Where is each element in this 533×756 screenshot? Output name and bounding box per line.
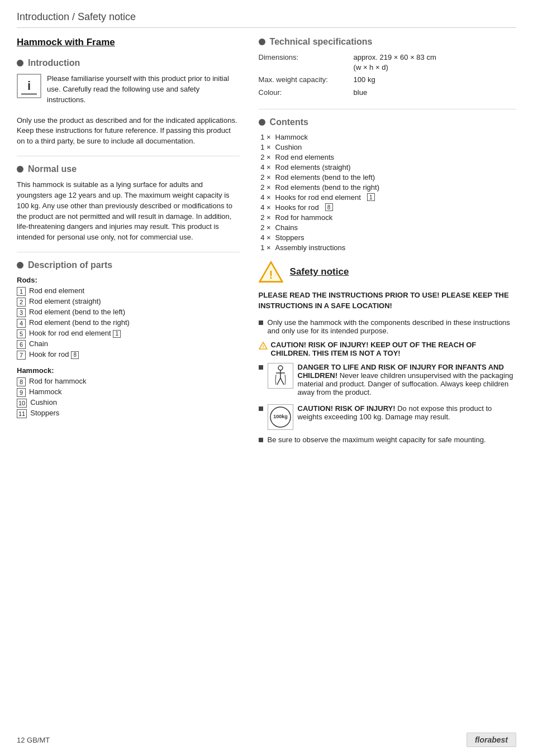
list-item: 2 × Chains	[259, 223, 516, 232]
list-item: 1Rod end element	[17, 286, 240, 296]
bullet-icon	[259, 39, 265, 45]
square-bullet-icon	[259, 365, 263, 370]
list-item: 8Rod for hammock	[17, 377, 240, 386]
bullet-icon	[259, 119, 265, 126]
list-item: 9Hammock	[17, 387, 240, 397]
list-item: 2 × Rod end elements	[259, 153, 516, 161]
safety-danger-item: DANGER TO LIFE AND RISK OF INJURY FOR IN…	[259, 363, 516, 399]
svg-text:!: !	[269, 269, 272, 281]
weight-text: CAUTION! RISK OF INJURY! Do not expose t…	[298, 404, 516, 421]
rods-list: 1Rod end element 2Rod element (straight)…	[17, 286, 240, 360]
safety-list: Only use the hammock with the components…	[259, 318, 516, 444]
normal-use-body: This hammock is suitable as a lying surf…	[17, 180, 240, 243]
list-item: 2Rod element (straight)	[17, 297, 240, 307]
safety-weight-item: 100kg CAUTION! RISK OF INJURY! Do not ex…	[259, 404, 516, 430]
bullet-icon	[17, 262, 23, 269]
list-item: 4 × Stoppers	[259, 233, 516, 242]
square-bullet-icon	[259, 320, 263, 325]
contents-section: Contents 1 × Hammock 1 × Cushion 2 × Rod…	[259, 117, 516, 252]
introduction-heading: Introduction	[17, 58, 240, 68]
list-item: 2 × Rod elements (bend to the right)	[259, 183, 516, 192]
info-icon: i	[17, 74, 41, 98]
list-item: 6Chain	[17, 339, 240, 349]
hammock-heading: Hammock:	[17, 366, 240, 375]
safety-notice-section: ! Safety notice PLEASE READ THE INSTRUCT…	[259, 261, 516, 444]
main-title: Hammock with Frame	[17, 37, 240, 48]
list-item: 10Cushion	[17, 398, 240, 408]
rods-heading: Rods:	[17, 276, 240, 284]
intro-body: Only use the product as described and fo…	[17, 116, 240, 147]
square-bullet-icon	[259, 438, 263, 442]
list-item: 4 × Rod elements (straight)	[259, 163, 516, 171]
description-of-parts-section: Description of parts Rods: 1Rod end elem…	[17, 260, 240, 418]
contents-list: 1 × Hammock 1 × Cushion 2 × Rod end elem…	[259, 133, 516, 252]
danger-block: DANGER TO LIFE AND RISK OF INJURY FOR IN…	[259, 363, 516, 396]
caution-block: ! CAUTION! RISK OF INJURY! KEEP OUT OF T…	[259, 341, 516, 357]
caution-triangle-icon: !	[259, 342, 268, 350]
tech-row-weight: Max. weight capacity: 100 kg	[259, 75, 516, 85]
list-item: 3Rod element (bend to the left)	[17, 308, 240, 317]
intro-para: Please familiarise yourself with this pr…	[47, 74, 240, 106]
svg-text:100kg: 100kg	[273, 414, 288, 419]
weight-icon: 100kg	[268, 404, 293, 430]
weight-100kg-icon: 100kg	[269, 405, 292, 429]
safety-caution-item: ! CAUTION! RISK OF INJURY! KEEP OUT OF T…	[259, 341, 516, 357]
left-column: Hammock with Frame Introduction i Please…	[17, 37, 253, 453]
danger-person-icon	[270, 365, 291, 387]
warning-triangle-icon: !	[259, 261, 283, 283]
svg-text:!: !	[262, 344, 264, 349]
list-item: 2 × Rod for hammock	[259, 213, 516, 222]
page-number: 12 GB/MT	[17, 736, 50, 744]
list-item: 7Hook for rod 8	[17, 350, 240, 360]
safety-notice-title: Safety notice	[290, 266, 349, 277]
right-column: Technical specifications Dimensions: app…	[253, 37, 516, 453]
tech-table: Dimensions: approx. 219 × 60 × 83 cm(w ×…	[259, 52, 516, 98]
bullet-icon	[17, 166, 23, 173]
bullet-icon	[17, 60, 23, 66]
introduction-section: Introduction i Please familiarise yourse…	[17, 58, 240, 147]
list-item: 4 × Hooks for rod 8	[259, 203, 516, 212]
list-item: 1 × Hammock	[259, 133, 516, 141]
tech-row-colour: Colour: blue	[259, 88, 516, 98]
list-item: 4Rod element (bend to the right)	[17, 318, 240, 328]
list-item: 1 × Assembly instructions	[259, 243, 516, 252]
intro-box: i Please familiarise yourself with this …	[17, 74, 240, 110]
brand-logo: florabest	[467, 733, 516, 747]
list-item: 5Hook for rod end element 1	[17, 329, 240, 338]
safety-warning-text: PLEASE READ THE INSTRUCTIONS PRIOR TO US…	[259, 290, 516, 312]
list-item: 4 × Hooks for rod end element 1	[259, 193, 516, 202]
list-item: 2 × Rod elements (bend to the left)	[259, 173, 516, 181]
page-header: Introduction / Safety notice	[17, 11, 516, 28]
caution-text: CAUTION! RISK OF INJURY! KEEP OUT OF THE…	[271, 341, 516, 357]
description-heading: Description of parts	[17, 260, 240, 270]
page-footer: 12 GB/MT florabest	[17, 733, 516, 747]
tech-row-dimensions: Dimensions: approx. 219 × 60 × 83 cm(w ×…	[259, 52, 516, 73]
square-bullet-icon	[259, 406, 263, 411]
svg-line-8	[280, 378, 284, 385]
contents-heading: Contents	[259, 117, 516, 127]
safety-list-item: Only use the hammock with the components…	[259, 318, 516, 335]
safety-list-item: Be sure to observe the maximum weight ca…	[259, 436, 516, 444]
danger-text: DANGER TO LIFE AND RISK OF INJURY FOR IN…	[298, 363, 516, 396]
page-header-text: Introduction / Safety notice	[17, 11, 136, 22]
svg-line-7	[277, 378, 280, 385]
page: Introduction / Safety notice Hammock wit…	[0, 0, 533, 756]
normal-use-section: Normal use This hammock is suitable as a…	[17, 164, 240, 243]
two-col-layout: Hammock with Frame Introduction i Please…	[17, 37, 516, 453]
list-item: 11Stoppers	[17, 409, 240, 418]
svg-point-4	[278, 366, 283, 370]
normal-use-heading: Normal use	[17, 164, 240, 174]
danger-icon	[268, 363, 293, 389]
tech-specs-heading: Technical specifications	[259, 37, 516, 47]
safety-notice-header: ! Safety notice	[259, 261, 516, 283]
tech-specs-section: Technical specifications Dimensions: app…	[259, 37, 516, 98]
list-item: 1 × Cushion	[259, 143, 516, 151]
